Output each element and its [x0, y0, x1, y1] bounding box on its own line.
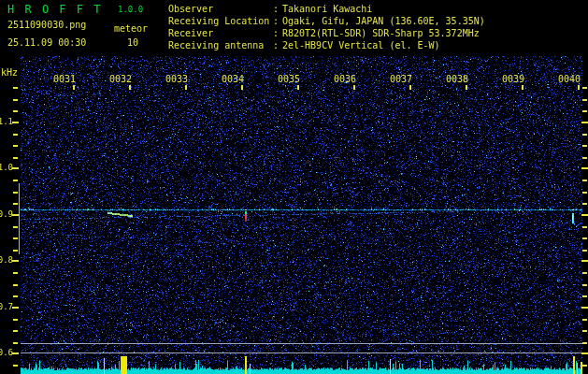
version-label: 1.0.0 [118, 6, 143, 14]
time-tick-label: 0032 [109, 75, 132, 84]
app-title: H R O F F T [7, 4, 102, 15]
filename-label: 2511090030.png [7, 21, 86, 30]
time-tick-label: 0040 [558, 75, 581, 84]
time-tick-label: 0036 [334, 75, 356, 84]
time-tick-label: 0039 [502, 75, 524, 84]
info-separator: : [273, 41, 279, 50]
time-tick-label: 0033 [165, 75, 188, 84]
freq-tick-label: 0.8 [0, 256, 13, 265]
info-label: Receiving antenna [168, 41, 264, 50]
time-tick-label: 0038 [446, 75, 468, 84]
count-label: 10 [127, 38, 138, 48]
info-value: 2el-HB9CV Vertical (el. E-W) [282, 41, 440, 50]
freq-tick-label: 1.1 [0, 118, 13, 126]
info-value: R820T2(RTL-SDR) SDR-Sharp 53.372MHz [282, 29, 480, 38]
info-value: Ogaki, Gifu, JAPAN (136.60E, 35.35N) [282, 17, 485, 26]
time-tick-label: 0034 [222, 75, 244, 84]
time-tick-label: 0037 [390, 75, 412, 84]
info-label: Receiver [168, 29, 213, 38]
freq-unit-label: kHz [1, 68, 18, 78]
freq-tick-label: 1.0 [0, 164, 13, 172]
info-label: Receiving Location [168, 17, 269, 26]
info-separator: : [273, 29, 279, 38]
datetime-label: 25.11.09 00:30 [7, 38, 86, 48]
time-tick-label: 0031 [53, 75, 76, 84]
hrofft-window: H R O F F T 1.0.0 2511090030.png meteor … [0, 0, 588, 374]
freq-tick-label: 0.6 [0, 349, 13, 357]
freq-tick-label: 0.7 [0, 303, 13, 311]
info-label: Observer [168, 5, 213, 14]
info-value: Takanori Kawachi [282, 5, 372, 14]
info-separator: : [273, 17, 279, 26]
spectrogram-canvas [0, 0, 588, 374]
mode-label: meteor [114, 24, 148, 34]
time-tick-label: 0035 [278, 75, 300, 84]
freq-tick-label: 0.9 [0, 210, 13, 219]
info-separator: : [273, 5, 279, 14]
